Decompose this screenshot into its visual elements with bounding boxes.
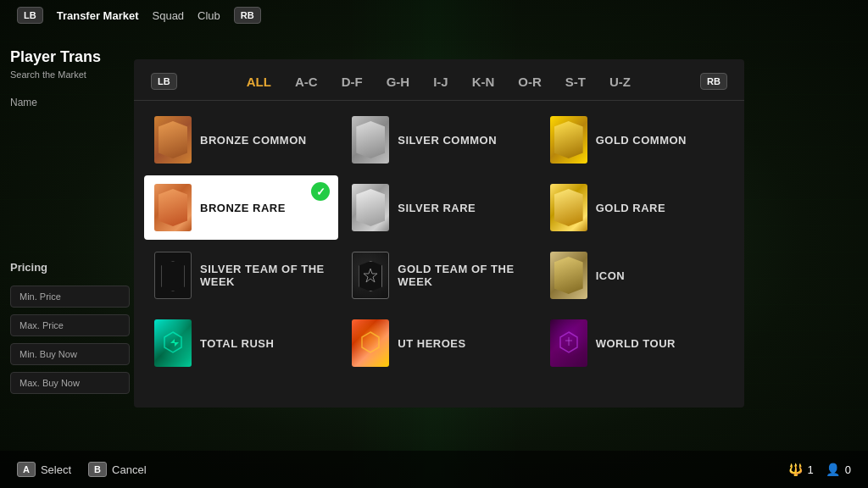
gold-totw-label: GOLD TEAM OF THE WEEK <box>398 263 526 288</box>
pricing-section: Pricing Min. Price Max. Price Min. Buy N… <box>10 261 130 394</box>
silver-rare-thumb <box>352 184 389 231</box>
ut-heroes-thumb <box>352 319 389 367</box>
card-silver-common[interactable]: SILVER COMMON <box>342 108 536 172</box>
top-nav: LB Transfer Market Squad Club RB <box>0 7 868 24</box>
min-price-btn[interactable]: Min. Price <box>10 286 130 308</box>
tab-ac[interactable]: A-C <box>295 75 318 89</box>
page-count: 1 <box>808 463 814 476</box>
icon-label: ICON <box>596 269 626 282</box>
tab-st[interactable]: S-T <box>565 75 586 89</box>
ut-heroes-decoration <box>352 319 389 367</box>
pricing-label: Pricing <box>10 261 130 274</box>
gold-common-thumb <box>550 116 587 164</box>
world-tour-decoration <box>550 319 587 367</box>
page-icon: 🔱 <box>788 463 803 476</box>
card-silver-rare[interactable]: SILVER RARE <box>342 175 536 240</box>
world-tour-thumb <box>550 319 587 367</box>
card-bronze-rare[interactable]: BRONZE RARE ✓ <box>144 175 338 240</box>
bronze-rare-thumb <box>154 184 192 231</box>
modal-rb-badge[interactable]: RB <box>700 73 727 90</box>
nav-squad[interactable]: Squad <box>153 9 185 22</box>
players-count: 0 <box>845 463 851 476</box>
gold-common-label: GOLD COMMON <box>596 134 687 147</box>
cancel-badge: B <box>88 462 107 477</box>
card-gold-totw[interactable]: GOLD TEAM OF THE WEEK <box>342 243 536 308</box>
silver-common-thumb <box>352 116 389 164</box>
card-ut-heroes[interactable]: UT HEROES <box>342 311 536 375</box>
nav-club[interactable]: Club <box>198 9 220 22</box>
card-gold-common[interactable]: GOLD COMMON <box>540 108 734 172</box>
min-buy-now-btn[interactable]: Min. Buy Now <box>10 343 130 365</box>
card-silver-totw[interactable]: SILVER TEAM OF THE WEEK <box>144 243 338 308</box>
card-total-rush[interactable]: TOTAL RUSH <box>144 311 338 375</box>
players-icon: 👤 <box>826 463 840 476</box>
total-rush-decoration <box>154 319 192 367</box>
panel-title: Player Trans <box>10 48 130 66</box>
silver-rare-label: SILVER RARE <box>398 202 476 214</box>
svg-marker-0 <box>364 269 377 282</box>
bronze-common-thumb <box>154 116 192 164</box>
gold-totw-thumb <box>352 252 389 299</box>
name-label: Name <box>10 97 130 108</box>
card-bronze-common[interactable]: BRONZE COMMON <box>144 108 338 172</box>
modal-lb-badge[interactable]: LB <box>151 73 177 90</box>
tab-all[interactable]: ALL <box>247 75 271 89</box>
total-rush-label: TOTAL RUSH <box>200 337 274 350</box>
bronze-common-label: BRONZE COMMON <box>200 134 307 147</box>
gold-rare-label: GOLD RARE <box>596 202 666 214</box>
card-type-modal: LB ALL A-C D-F G-H I-J K-N O-R S-T U-Z R… <box>134 59 744 408</box>
tab-uz[interactable]: U-Z <box>609 75 631 89</box>
select-action[interactable]: A Select <box>17 462 71 477</box>
players-counter: 👤 0 <box>826 463 851 476</box>
page-counter: 🔱 1 <box>788 463 814 476</box>
tab-or[interactable]: O-R <box>518 75 542 89</box>
max-price-btn[interactable]: Max. Price <box>10 314 130 336</box>
max-buy-now-btn[interactable]: Max. Buy Now <box>10 372 130 394</box>
select-badge: A <box>17 462 36 477</box>
bottom-right: 🔱 1 👤 0 <box>788 463 851 476</box>
filter-tabs: LB ALL A-C D-F G-H I-J K-N O-R S-T U-Z R… <box>134 59 744 101</box>
cancel-action[interactable]: B Cancel <box>88 462 146 477</box>
panel-subtitle: Search the Market <box>10 69 130 80</box>
total-rush-thumb <box>154 319 192 367</box>
bottom-actions: A Select B Cancel <box>17 462 147 477</box>
icon-thumb <box>550 252 587 299</box>
card-type-grid: BRONZE COMMON SILVER COMMON GOLD COMMON … <box>134 101 744 382</box>
select-label: Select <box>41 463 71 476</box>
cancel-label: Cancel <box>112 463 146 476</box>
bronze-rare-label: BRONZE RARE <box>200 202 286 214</box>
rb-badge[interactable]: RB <box>234 7 261 24</box>
tab-gh[interactable]: G-H <box>387 75 410 89</box>
tab-ij[interactable]: I-J <box>433 75 448 89</box>
world-tour-label: WORLD TOUR <box>596 337 676 350</box>
nav-transfer-market[interactable]: Transfer Market <box>57 9 139 22</box>
tab-df[interactable]: D-F <box>342 75 363 89</box>
lb-badge[interactable]: LB <box>17 7 43 24</box>
silver-common-label: SILVER COMMON <box>398 134 497 147</box>
card-gold-rare[interactable]: GOLD RARE <box>540 175 734 240</box>
left-panel: Player Trans Search the Market Name Pric… <box>0 38 140 450</box>
selected-check-icon: ✓ <box>311 182 330 201</box>
silver-totw-thumb <box>154 252 192 299</box>
bottom-bar: A Select B Cancel 🔱 1 👤 0 <box>0 451 868 488</box>
gold-rare-thumb <box>550 184 587 231</box>
gold-totw-decoration <box>353 252 388 298</box>
card-world-tour[interactable]: WORLD TOUR <box>540 311 734 375</box>
ut-heroes-label: UT HEROES <box>398 337 465 350</box>
tab-kn[interactable]: K-N <box>472 75 495 89</box>
silver-totw-label: SILVER TEAM OF THE WEEK <box>200 263 328 288</box>
card-icon[interactable]: ICON <box>540 243 734 308</box>
tabs-container: ALL A-C D-F G-H I-J K-N O-R S-T U-Z <box>247 75 631 89</box>
